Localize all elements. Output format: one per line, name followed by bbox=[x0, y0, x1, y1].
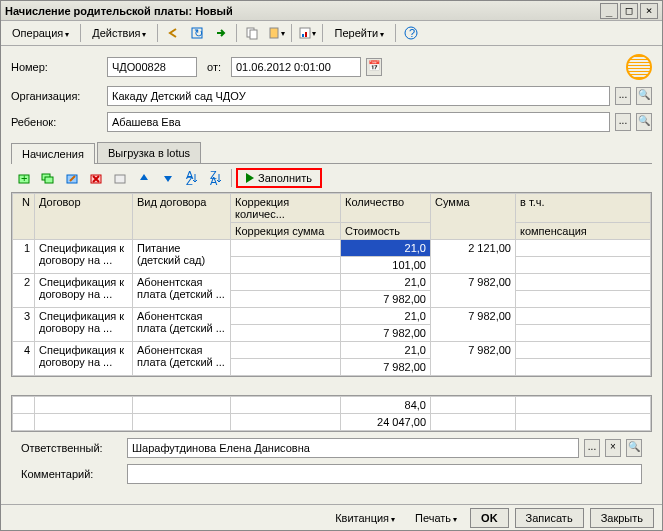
comment-field[interactable] bbox=[127, 464, 642, 484]
nav-back-icon[interactable] bbox=[162, 23, 184, 43]
svg-text:A: A bbox=[210, 175, 218, 185]
col-comp1[interactable]: в т.ч. bbox=[516, 194, 651, 223]
col-cost[interactable]: Стоимость bbox=[341, 223, 431, 240]
date-field[interactable]: 01.06.2012 0:01:00 bbox=[231, 57, 361, 77]
minimize-button[interactable]: _ bbox=[600, 3, 618, 19]
org-label: Организация: bbox=[11, 90, 101, 102]
add-row-icon[interactable]: + bbox=[13, 168, 35, 188]
child-label: Ребенок: bbox=[11, 116, 101, 128]
tabs: Начисления Выгрузка в lotus bbox=[11, 142, 652, 164]
grid-toolbar: + AZ ZA Заполнить bbox=[11, 164, 652, 192]
copy-icon[interactable] bbox=[241, 23, 263, 43]
number-label: Номер: bbox=[11, 61, 101, 73]
menu-operation[interactable]: Операция▾ bbox=[5, 23, 76, 43]
help-icon[interactable]: ? bbox=[400, 23, 422, 43]
status-icon bbox=[626, 54, 652, 80]
form-area: Номер: ЧДО00828 от: 01.06.2012 0:01:00 📅… bbox=[1, 46, 662, 504]
svg-text:Z: Z bbox=[186, 175, 193, 185]
comment-label: Комментарий: bbox=[21, 468, 121, 480]
resp-field[interactable]: Шарафутдинова Елена Данисовна bbox=[127, 438, 579, 458]
receipt-button[interactable]: Квитанция▾ bbox=[328, 508, 402, 528]
col-qty[interactable]: Количество bbox=[341, 194, 431, 223]
svg-text:+: + bbox=[21, 172, 27, 184]
menu-goto[interactable]: Перейти▾ bbox=[327, 23, 391, 43]
svg-rect-7 bbox=[305, 32, 307, 37]
sort-desc-icon[interactable]: ZA bbox=[205, 168, 227, 188]
svg-rect-6 bbox=[302, 34, 304, 37]
org-search-icon[interactable]: 🔍 bbox=[636, 87, 652, 105]
resp-clear-icon[interactable]: × bbox=[605, 439, 621, 457]
move-up-icon[interactable] bbox=[133, 168, 155, 188]
tab-export[interactable]: Выгрузка в lotus bbox=[97, 142, 201, 163]
total-cost: 24 047,00 bbox=[341, 414, 431, 431]
maximize-button[interactable]: □ bbox=[620, 3, 638, 19]
from-label: от: bbox=[207, 61, 221, 73]
org-select-icon[interactable]: ... bbox=[615, 87, 631, 105]
col-corr-sum[interactable]: Коррекция сумма bbox=[231, 223, 341, 240]
paste-icon[interactable]: ▾ bbox=[265, 23, 287, 43]
report-icon[interactable]: ▾ bbox=[296, 23, 318, 43]
col-n[interactable]: N bbox=[13, 194, 35, 240]
org-field[interactable]: Какаду Детский сад ЧДОУ bbox=[107, 86, 610, 106]
delete-row-icon[interactable] bbox=[85, 168, 107, 188]
close-button[interactable]: × bbox=[640, 3, 658, 19]
table-row[interactable]: 4Спецификация к договору на ...Абонентск… bbox=[13, 342, 651, 359]
cancel-button[interactable]: Закрыть bbox=[590, 508, 654, 528]
child-search-icon[interactable]: 🔍 bbox=[636, 113, 652, 131]
resp-select-icon[interactable]: ... bbox=[584, 439, 600, 457]
svg-rect-3 bbox=[250, 30, 257, 39]
col-type[interactable]: Вид договора bbox=[133, 194, 231, 240]
footer: Квитанция▾ Печать▾ OK Записать Закрыть bbox=[1, 504, 662, 530]
table-row[interactable]: 1Спецификация к договору на ...Питание (… bbox=[13, 240, 651, 257]
child-select-icon[interactable]: ... bbox=[615, 113, 631, 131]
col-sum[interactable]: Сумма bbox=[431, 194, 516, 240]
col-contract[interactable]: Договор bbox=[35, 194, 133, 240]
child-field[interactable]: Абашева Ева bbox=[107, 112, 610, 132]
edit-row-icon[interactable] bbox=[61, 168, 83, 188]
calendar-icon[interactable]: 📅 bbox=[366, 58, 382, 76]
go-icon[interactable] bbox=[210, 23, 232, 43]
tab-accruals[interactable]: Начисления bbox=[11, 143, 95, 164]
total-qty: 84,0 bbox=[341, 397, 431, 414]
resp-label: Ответственный: bbox=[21, 442, 121, 454]
menubar: Операция▾ Действия▾ ↻ ▾ ▾ Перейти▾ ? bbox=[1, 21, 662, 46]
svg-text:?: ? bbox=[409, 27, 415, 39]
menu-actions[interactable]: Действия▾ bbox=[85, 23, 153, 43]
add-rows-icon[interactable] bbox=[37, 168, 59, 188]
move-down-icon[interactable] bbox=[157, 168, 179, 188]
window-title: Начисление родительской платы: Новый bbox=[5, 5, 598, 17]
sort-asc-icon[interactable]: AZ bbox=[181, 168, 203, 188]
table-row[interactable]: 2Спецификация к договору на ...Абонентск… bbox=[13, 274, 651, 291]
col-corr-qty[interactable]: Коррекция количес... bbox=[231, 194, 341, 223]
copy-row-icon[interactable] bbox=[109, 168, 131, 188]
save-button[interactable]: Записать bbox=[515, 508, 584, 528]
number-field[interactable]: ЧДО00828 bbox=[107, 57, 197, 77]
col-comp2[interactable]: компенсация bbox=[516, 223, 651, 240]
window: Начисление родительской платы: Новый _ □… bbox=[0, 0, 663, 531]
resp-search-icon[interactable]: 🔍 bbox=[626, 439, 642, 457]
titlebar: Начисление родительской платы: Новый _ □… bbox=[1, 1, 662, 21]
play-icon bbox=[246, 173, 254, 183]
grid[interactable]: N Договор Вид договора Коррекция количес… bbox=[11, 192, 652, 377]
svg-text:↻: ↻ bbox=[194, 27, 203, 39]
refresh-icon[interactable]: ↻ bbox=[186, 23, 208, 43]
table-row[interactable]: 3Спецификация к договору на ...Абонентск… bbox=[13, 308, 651, 325]
print-button[interactable]: Печать▾ bbox=[408, 508, 464, 528]
ok-button[interactable]: OK bbox=[470, 508, 509, 528]
totals-grid: 84,0 24 047,00 bbox=[11, 395, 652, 432]
svg-rect-4 bbox=[270, 28, 278, 38]
svg-rect-13 bbox=[45, 177, 53, 183]
svg-rect-16 bbox=[115, 175, 125, 183]
fill-button[interactable]: Заполнить bbox=[236, 168, 322, 188]
